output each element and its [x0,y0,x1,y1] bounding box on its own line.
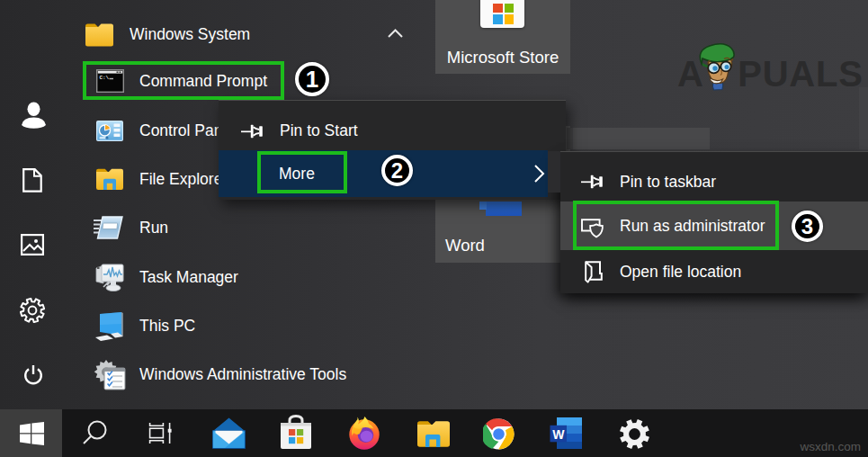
svg-text:W: W [552,427,565,442]
